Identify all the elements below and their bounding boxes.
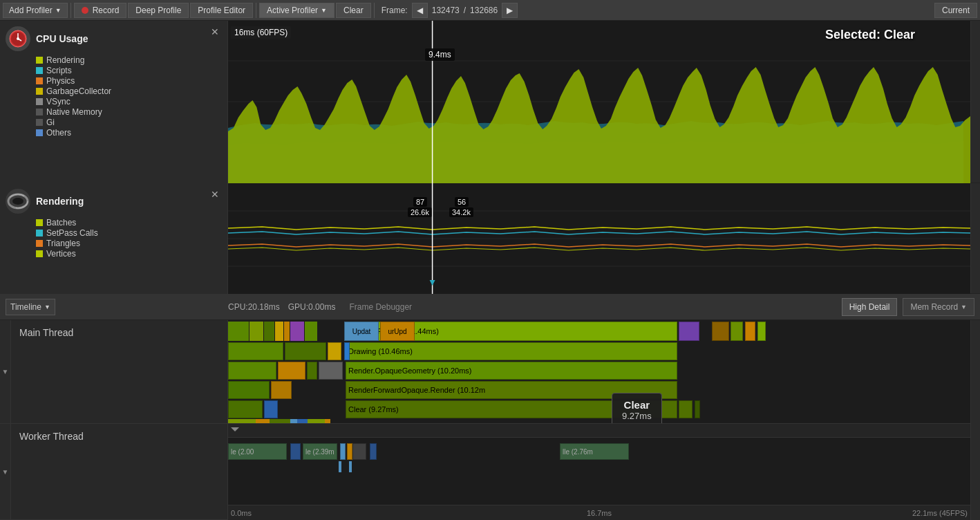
left-blocks2b[interactable] <box>285 342 326 360</box>
left-blocks2c[interactable] <box>328 342 341 360</box>
drawing-block[interactable]: Drawing (10.46ms) <box>346 342 677 360</box>
triangles-label: Triangles <box>46 239 80 248</box>
update-block[interactable]: Updat <box>344 322 379 341</box>
lr3d[interactable] <box>319 362 343 380</box>
worker-block6[interactable] <box>352 443 366 460</box>
bottom-strip <box>228 419 970 423</box>
track-block[interactable] <box>305 322 317 341</box>
track-block[interactable] <box>284 322 290 341</box>
brown-block[interactable] <box>712 322 729 341</box>
cpu-panel-close-button[interactable]: ✕ <box>207 25 223 39</box>
deep-profile-button[interactable]: Deep Profile <box>128 3 189 18</box>
worker-block4[interactable] <box>340 443 346 460</box>
player-update-block[interactable]: urUpd <box>380 322 415 341</box>
vsync-color-icon <box>36 98 43 105</box>
record-label: Record <box>93 6 120 15</box>
chart2-label4: 34.2k <box>449 207 473 217</box>
frame-current: 132473 <box>432 6 460 15</box>
lr3b[interactable] <box>278 362 305 380</box>
frame-next-button[interactable]: ▶ <box>502 3 518 18</box>
lr5a[interactable] <box>228 400 263 418</box>
add-profiler-button[interactable]: Add Profiler ▼ <box>3 3 68 18</box>
worker-block3[interactable]: le (2.39m <box>303 443 337 460</box>
green-block2[interactable] <box>757 322 766 341</box>
time-0ms: 0.0ms <box>231 509 252 517</box>
track-block[interactable] <box>228 322 249 341</box>
rendering-panel-header: Rendering <box>6 189 222 214</box>
render-opaque-block[interactable]: Render.OpaqueGeometry (10.20ms) <box>346 362 677 380</box>
clear-button[interactable]: Clear <box>336 3 371 18</box>
worker-block2[interactable] <box>290 443 301 460</box>
main-layout: CPU Usage ✕ Rendering Scripts Physics <box>0 21 980 520</box>
timeline-dropdown-icon: ▼ <box>44 304 50 310</box>
render-opaque-label: Render.OpaqueGeometry (10.20ms) <box>348 366 472 375</box>
worker-block7[interactable] <box>370 443 377 460</box>
gi-color-icon <box>36 119 43 126</box>
main-thread-collapse-button[interactable]: ▼ <box>0 320 11 423</box>
scripts-color-icon <box>36 67 43 74</box>
track-block[interactable] <box>264 322 274 341</box>
render-forward-block[interactable]: RenderForwardOpaque.Render (10.12m <box>346 381 677 399</box>
separator2 <box>256 3 256 18</box>
clear-block[interactable]: Clear (9.27ms) <box>346 400 677 418</box>
cpu-row: CPU Usage ✕ Rendering Scripts Physics <box>0 21 980 183</box>
track-block[interactable] <box>249 322 263 341</box>
physics-color-icon <box>36 77 43 84</box>
track-block[interactable] <box>275 322 283 341</box>
collapse-triangle-icon[interactable] <box>231 427 239 434</box>
mem-record-button[interactable]: Mem Record ▼ <box>903 298 974 316</box>
profile-editor-button[interactable]: Profile Editor <box>190 3 253 18</box>
current-button[interactable]: Current <box>934 3 977 18</box>
worker-block5[interactable] <box>347 443 352 460</box>
collapse-row <box>228 424 970 438</box>
rendering-chart[interactable]: 87 26.6k 56 34.2k <box>228 183 970 294</box>
drawing-label: Drawing (10.46ms) <box>348 347 413 355</box>
chart2-label2: 26.6k <box>408 207 432 217</box>
lr3a[interactable] <box>228 362 276 380</box>
high-detail-button[interactable]: High Detail <box>842 298 898 316</box>
main-thread-track[interactable]: Camera.Render (11.44ms) Drawing (10.46ms… <box>228 320 970 424</box>
scripts-label: Scripts <box>46 66 72 75</box>
chart1-scrollbar[interactable] <box>970 21 980 183</box>
legend-vertices: Vertices <box>6 249 222 259</box>
active-profiler-button[interactable]: Active Profiler ▼ <box>259 3 334 18</box>
lower-section: Timeline ▼ CPU:20.18ms GPU:0.00ms Frame … <box>0 294 980 520</box>
orange-block1[interactable] <box>745 322 755 341</box>
green-block[interactable] <box>731 322 743 341</box>
frame-prev-button[interactable]: ◀ <box>412 3 428 18</box>
legend-physics: Physics <box>6 76 222 86</box>
setpass-color-icon <box>36 230 43 236</box>
lr5b[interactable] <box>264 400 278 418</box>
legend-native-memory: Native Memory <box>6 107 222 117</box>
cpu-chart[interactable]: 16ms (60FPS) 9.4ms Selected: Clear <box>228 21 970 183</box>
worker-thread-track[interactable]: le (2.00 le (2.39m lle (2.76m <box>228 438 970 505</box>
purple-block1[interactable] <box>679 322 699 341</box>
timeline-scrollbar[interactable] <box>970 320 980 520</box>
physics-label: Physics <box>46 76 75 86</box>
worker-block1[interactable]: le (2.00 <box>228 443 287 460</box>
strip-5 <box>297 419 308 423</box>
rendering-panel-close-button[interactable]: ✕ <box>207 187 223 201</box>
timeline-select[interactable]: Timeline ▼ <box>6 299 55 315</box>
worker-block8[interactable]: lle (2.76m <box>560 443 629 460</box>
rendering-chart-svg <box>228 183 970 294</box>
strip-6 <box>308 419 325 423</box>
track-block[interactable] <box>290 322 304 341</box>
record-button[interactable]: Record <box>74 3 127 18</box>
left-blocks2[interactable] <box>228 342 283 360</box>
cpu-usage-panel: CPU Usage ✕ Rendering Scripts Physics <box>0 21 228 183</box>
svg-point-4 <box>17 37 19 40</box>
lr4b[interactable] <box>271 381 292 399</box>
worker-thread-collapse-button[interactable]: ▼ <box>0 424 11 519</box>
others-label: Others <box>46 128 71 138</box>
lr4a[interactable] <box>228 381 270 399</box>
timeline-toolbar: Timeline ▼ CPU:20.18ms GPU:0.00ms Frame … <box>0 294 980 320</box>
strip-7 <box>325 419 330 423</box>
chart2-label3: 56 <box>455 197 469 207</box>
main-thread-label: Main Thread <box>11 320 82 345</box>
clear-r2[interactable] <box>695 400 700 418</box>
chart2-scrollbar[interactable] <box>970 183 980 293</box>
frame-debugger-button[interactable]: Frame Debugger <box>343 302 417 312</box>
lr3c[interactable] <box>307 362 317 380</box>
clear-r1[interactable] <box>679 400 692 418</box>
